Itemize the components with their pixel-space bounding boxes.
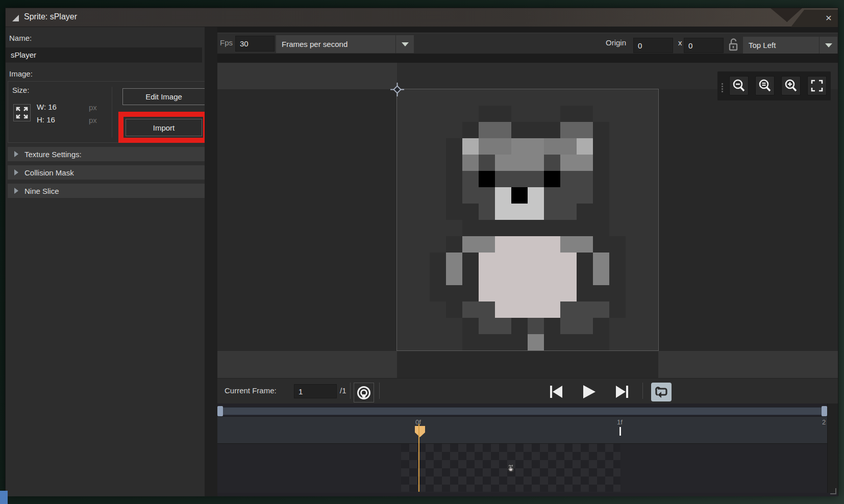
expand-triangle-icon (14, 151, 18, 157)
playhead-marker[interactable] (415, 426, 425, 437)
skip-to-start-button[interactable] (548, 384, 564, 400)
sprite-pixel (577, 285, 593, 301)
sprite-pixel (446, 269, 462, 285)
window-title: Sprite: sPlayer (24, 12, 77, 21)
panel-divider (205, 27, 217, 496)
sprite-pixel (511, 269, 528, 285)
section-collision-mask[interactable]: Collision Mask (8, 165, 208, 180)
close-button[interactable]: × (823, 12, 835, 24)
origin-y-input[interactable]: 0 (684, 38, 724, 53)
sprite-pixel (577, 122, 593, 138)
origin-crosshair-icon[interactable] (390, 83, 404, 98)
sprite-pixel (528, 155, 544, 171)
sprite-pixel (560, 318, 577, 334)
sprite-pixel (593, 334, 609, 350)
timeline-range-handle-right[interactable] (822, 406, 827, 416)
origin-x-input[interactable]: 0 (633, 38, 673, 53)
sprite-pixel (479, 318, 495, 334)
sprite-pixel (528, 318, 544, 334)
sprite-pixel (609, 236, 626, 253)
sprite-name-input[interactable]: sPlayer (6, 47, 202, 63)
sprite-pixel (479, 236, 495, 253)
sprite-pixel (446, 138, 462, 155)
current-frame-input[interactable]: 1 (294, 384, 337, 398)
sprite-pixel (479, 269, 495, 285)
size-label: Size: (12, 86, 29, 94)
window-resize-grip[interactable] (830, 488, 836, 494)
sprite-pixel (479, 334, 495, 350)
sprite-pixel (495, 155, 511, 171)
edit-image-button[interactable]: Edit Image (122, 88, 205, 105)
sprite-pixel (446, 236, 462, 253)
sprite-pixel (577, 318, 593, 334)
unlock-icon[interactable] (728, 37, 738, 53)
fps-input[interactable]: 30 (235, 36, 275, 52)
sprite-pixel (479, 204, 495, 220)
tick-label-2: 2 (822, 418, 826, 426)
play-button[interactable] (581, 384, 597, 400)
sprite-pixel (495, 318, 511, 334)
section-label: Nine Slice (24, 187, 59, 195)
sprite-pixel (495, 236, 511, 253)
timeline-range-handle-left[interactable] (217, 406, 223, 416)
frame-thumbnail-cell[interactable] (401, 444, 620, 492)
dropdown-arrow-button[interactable] (819, 37, 837, 54)
frame-control-bar: Current Frame: 1 /1 (217, 378, 838, 404)
sprite-pixel (479, 138, 495, 155)
zoom-out-button[interactable] (729, 76, 749, 95)
section-texture-settings[interactable]: Texture Settings: (8, 147, 208, 161)
toolbar-grip-icon[interactable] (721, 82, 724, 93)
playhead-line (418, 424, 419, 492)
sprite-pixel (511, 301, 528, 318)
zoom-in-button[interactable] (781, 76, 801, 95)
height-value: H: 16 (37, 115, 55, 124)
sprite-pixel (495, 187, 511, 204)
origin-preset-dropdown[interactable]: Top Left (743, 37, 837, 54)
zoom-toolbar (717, 71, 831, 100)
skip-to-end-button[interactable] (614, 384, 630, 400)
sprite-pixel (560, 171, 577, 187)
name-label: Name: (9, 34, 32, 42)
canvas-region (658, 89, 838, 351)
sprite-frame[interactable] (397, 89, 658, 350)
zoom-reset-button[interactable] (755, 76, 775, 95)
frame-strip (217, 443, 827, 493)
sprite-pixel (511, 155, 528, 171)
onion-skin-button[interactable] (354, 383, 374, 402)
sprite-pixel (446, 285, 462, 301)
sprite-pixel (609, 253, 626, 269)
canvas-region (217, 351, 397, 378)
workspace-corner-accent (0, 491, 8, 504)
sprite-pixel (462, 155, 479, 171)
sprite-pixel (544, 155, 560, 171)
sprite-pixel (560, 187, 577, 204)
fps-mode-dropdown[interactable]: Frames per second (276, 35, 414, 53)
loop-playback-button[interactable] (651, 383, 672, 401)
timeline-scrollbar[interactable] (222, 407, 822, 415)
window-dock-icon[interactable] (12, 15, 19, 21)
sprite-pixel (593, 171, 609, 187)
sprite-editor-window: Sprite: sPlayer × Name: sPlayer Image: S… (5, 8, 838, 496)
title-bar[interactable]: Sprite: sPlayer × (6, 8, 838, 27)
sprite-pixel (560, 269, 577, 285)
timeline-ruler[interactable]: 0f 1f 2 (217, 416, 827, 443)
section-nine-slice[interactable]: Nine Slice (8, 184, 208, 198)
fit-to-window-button[interactable] (807, 76, 827, 95)
resize-image-icon[interactable] (13, 104, 31, 121)
sprite-canvas[interactable] (217, 63, 838, 378)
sprite-pixel (495, 171, 511, 187)
chevron-down-icon (825, 43, 832, 47)
sprite-pixel (511, 285, 528, 301)
sprite-pixel (609, 285, 626, 301)
sprite-pixel (495, 122, 511, 138)
sprite-pixel (495, 106, 511, 122)
sprite-pixel (528, 253, 544, 269)
sprite-pixel (479, 122, 495, 138)
dropdown-arrow-button[interactable] (395, 35, 414, 53)
sprite-pixel (528, 269, 544, 285)
sprite-pixel (495, 285, 511, 301)
sprite-pixel (577, 220, 593, 236)
frame-total: /1 (340, 386, 346, 395)
sprite-pixel (593, 253, 609, 269)
fps-label: Fps (220, 38, 233, 47)
